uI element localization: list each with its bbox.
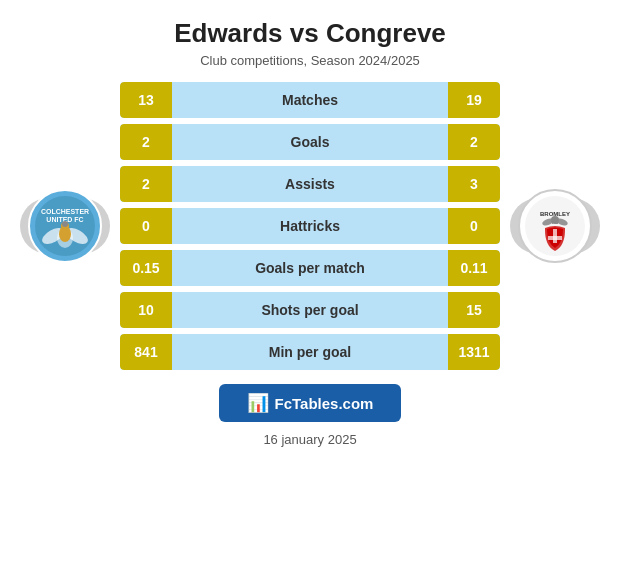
stat-left-value: 10 [120, 292, 172, 328]
stat-row: 2Assists3 [120, 166, 500, 202]
svg-point-9 [62, 221, 68, 227]
stat-right-value: 15 [448, 292, 500, 328]
stat-right-value: 1311 [448, 334, 500, 370]
stat-label: Goals [172, 134, 448, 150]
stat-row: 10Shots per goal15 [120, 292, 500, 328]
stat-right-value: 2 [448, 124, 500, 160]
stats-area: 13Matches192Goals22Assists30Hattricks00.… [120, 82, 500, 370]
banner-icon: 📊 [247, 392, 269, 414]
svg-text:COLCHESTER: COLCHESTER [41, 208, 89, 215]
stat-right-value: 19 [448, 82, 500, 118]
date-text: 16 january 2025 [263, 432, 356, 447]
stat-left-value: 841 [120, 334, 172, 370]
stat-left-value: 0 [120, 208, 172, 244]
svg-point-18 [551, 216, 559, 224]
stat-row: 2Goals2 [120, 124, 500, 160]
right-team-logo-area: BROMLEY FC [500, 198, 610, 254]
stat-right-value: 0 [448, 208, 500, 244]
stat-row: 0Hattricks0 [120, 208, 500, 244]
left-team-logo-area: COLCHESTER UNITED FC [10, 198, 120, 254]
bromley-logo-icon: BROMLEY FC [515, 186, 595, 266]
right-logo-pill: BROMLEY FC [510, 198, 600, 254]
colchester-logo-icon: COLCHESTER UNITED FC [25, 186, 105, 266]
stat-label: Assists [172, 176, 448, 192]
fctables-banner: 📊 FcTables.com [219, 384, 402, 422]
left-logo-pill: COLCHESTER UNITED FC [20, 198, 110, 254]
stat-row: 841Min per goal1311 [120, 334, 500, 370]
stat-left-value: 2 [120, 166, 172, 202]
stat-label: Matches [172, 92, 448, 108]
banner-text: FcTables.com [275, 395, 374, 412]
page-title: Edwards vs Congreve [174, 18, 446, 49]
page-subtitle: Club competitions, Season 2024/2025 [200, 53, 420, 68]
stat-right-value: 0.11 [448, 250, 500, 286]
stat-label: Hattricks [172, 218, 448, 234]
stat-left-value: 13 [120, 82, 172, 118]
stat-right-value: 3 [448, 166, 500, 202]
svg-rect-15 [548, 236, 562, 240]
stat-label: Min per goal [172, 344, 448, 360]
stat-left-value: 0.15 [120, 250, 172, 286]
stat-label: Goals per match [172, 260, 448, 276]
stat-left-value: 2 [120, 124, 172, 160]
stat-row: 0.15Goals per match0.11 [120, 250, 500, 286]
stat-row: 13Matches19 [120, 82, 500, 118]
stat-label: Shots per goal [172, 302, 448, 318]
